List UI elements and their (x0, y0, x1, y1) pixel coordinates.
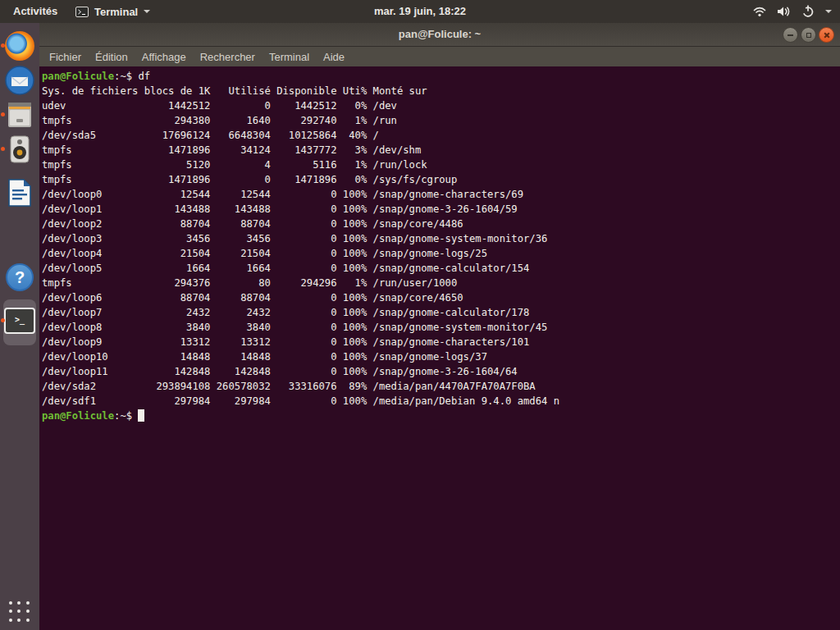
running-indicator (1, 147, 5, 151)
terminal-line: /dev/sda2 293894108 260578032 33316076 8… (42, 379, 840, 394)
power-icon (801, 5, 815, 18)
menu-rechercher[interactable]: Rechercher (200, 51, 255, 63)
clock[interactable]: mar. 19 juin, 18:22 (374, 0, 466, 23)
prompt-user-host: pan@Folicule (42, 71, 114, 82)
terminal-line: Sys. de fichiers blocs de 1K Utilisé Dis… (42, 84, 840, 98)
help-question-icon: ? (6, 263, 34, 291)
dock-item-terminal[interactable]: >_ (5, 306, 34, 336)
dock-item-rhythmbox[interactable] (5, 135, 34, 164)
terminal-icon: >_ (4, 308, 35, 334)
dock-item-help[interactable]: ? (5, 262, 34, 292)
terminal-line: /dev/loop9 13312 13312 0 100% /snap/gnom… (42, 335, 840, 349)
top-panel: Activités Terminal mar. 19 juin, 18:22 (0, 0, 840, 23)
show-applications-button[interactable] (9, 601, 30, 623)
terminal-line: /dev/loop11 142848 142848 0 100% /snap/g… (42, 364, 840, 379)
chevron-down-icon (825, 10, 832, 13)
speaker-icon (5, 135, 34, 164)
terminal-line: udev 1442512 0 1442512 0% /dev (42, 98, 840, 113)
terminal-cursor (138, 409, 144, 422)
terminal-screen[interactable]: pan@Folicule:~$ dfSys. de fichiers blocs… (39, 66, 840, 630)
menu-terminal[interactable]: Terminal (269, 51, 309, 63)
terminal-line: tmpfs 5120 4 5116 1% /run/lock (42, 158, 840, 172)
maximize-button[interactable] (801, 27, 816, 43)
writer-document-icon (5, 178, 34, 208)
dock-item-file-cabinet[interactable] (5, 100, 34, 130)
running-indicator (1, 43, 5, 48)
terminal-line: /dev/sdf1 297984 297984 0 100% /media/pa… (42, 394, 840, 409)
terminal-line: tmpfs 294376 80 294296 1% /run/user/1000 (42, 276, 840, 290)
running-indicator (1, 318, 5, 322)
wifi-icon (753, 6, 766, 17)
chevron-down-icon (144, 10, 150, 13)
prompt-rest: :~$ df (114, 71, 150, 82)
dock-item-writer[interactable] (5, 178, 34, 208)
terminal-line: tmpfs 1471896 0 1471896 0% /sys/fs/cgrou… (42, 172, 840, 187)
terminal-line: /dev/sda5 17696124 6648304 10125864 40% … (42, 128, 840, 143)
menu-edition[interactable]: Édition (95, 51, 128, 63)
terminal-line: /dev/loop6 88704 88704 0 100% /snap/core… (42, 290, 840, 305)
terminal-prompt-line: pan@Folicule:~$ (42, 409, 840, 423)
file-cabinet-icon (5, 100, 34, 130)
terminal-line: /dev/loop8 3840 3840 0 100% /snap/gnome-… (42, 320, 840, 335)
terminal-line: /dev/loop4 21504 21504 0 100% /snap/gnom… (42, 246, 840, 261)
close-button[interactable] (819, 27, 834, 43)
terminal-prompt-line: pan@Folicule:~$ df (42, 69, 840, 84)
prompt-user-host: pan@Folicule (42, 410, 114, 422)
status-area[interactable] (753, 0, 832, 23)
activities-button[interactable]: Activités (10, 0, 61, 23)
app-menu-label: Terminal (94, 6, 138, 18)
terminal-line: /dev/loop10 14848 14848 0 100% /snap/gno… (42, 349, 840, 364)
dock-item-firefox[interactable] (5, 31, 34, 61)
terminal-line: /dev/loop0 12544 12544 0 100% /snap/gnom… (42, 187, 840, 202)
dock: ? >_ (0, 23, 39, 630)
titlebar[interactable]: pan@Folicule: ~ (39, 23, 840, 47)
minimize-button[interactable] (783, 27, 798, 43)
terminal-line: /dev/loop3 3456 3456 0 100% /snap/gnome-… (42, 231, 840, 246)
terminal-line: tmpfs 294380 1640 292740 1% /run (42, 113, 840, 128)
thunderbird-icon (5, 66, 34, 95)
terminal-window: pan@Folicule: ~ Fichier Édition Affichag… (39, 23, 840, 630)
terminal-line: /dev/loop5 1664 1664 0 100% /snap/gnome-… (42, 261, 840, 276)
menubar: Fichier Édition Affichage Rechercher Ter… (39, 47, 840, 66)
firefox-icon (5, 31, 34, 61)
volume-icon (777, 6, 791, 17)
prompt-rest: :~$ (114, 410, 138, 422)
terminal-line: /dev/loop7 2432 2432 0 100% /snap/gnome-… (42, 305, 840, 320)
menu-affichage[interactable]: Affichage (142, 51, 186, 63)
terminal-mini-icon (75, 7, 89, 17)
terminal-line: /dev/loop2 88704 88704 0 100% /snap/core… (42, 217, 840, 231)
app-menu[interactable]: Terminal (75, 0, 150, 23)
menu-fichier[interactable]: Fichier (49, 51, 81, 63)
window-title: pan@Folicule: ~ (39, 23, 840, 45)
menu-aide[interactable]: Aide (323, 51, 345, 63)
terminal-line: tmpfs 1471896 34124 1437772 3% /dev/shm (42, 143, 840, 158)
running-indicator (1, 112, 5, 116)
terminal-line: /dev/loop1 143488 143488 0 100% /snap/gn… (42, 202, 840, 217)
dock-item-thunderbird[interactable] (5, 66, 34, 95)
